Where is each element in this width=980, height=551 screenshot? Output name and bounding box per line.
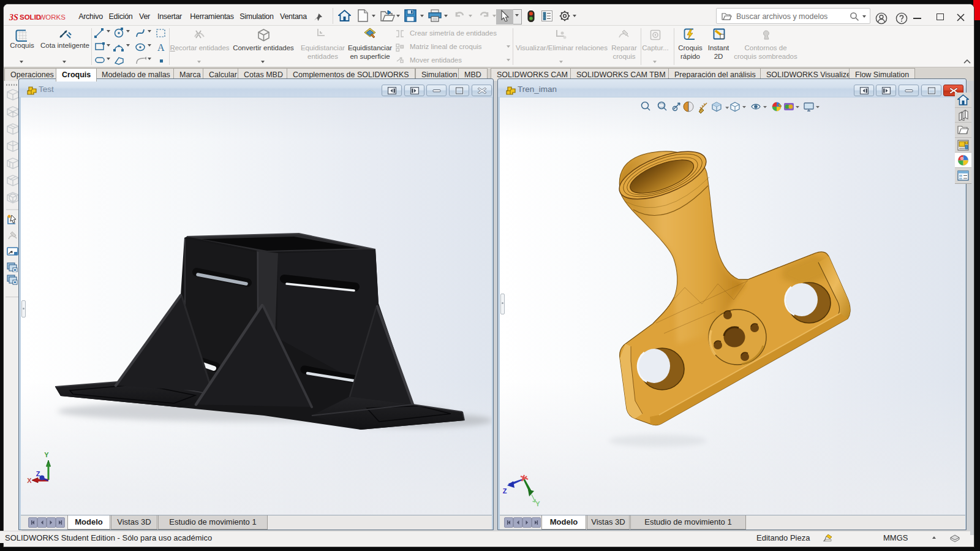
svg-text:WORKS: WORKS <box>39 13 66 21</box>
svg-text:X: X <box>27 477 32 484</box>
svg-text:Y: Y <box>535 500 540 507</box>
svg-text:SOLID: SOLID <box>20 13 41 21</box>
svg-text:Y: Y <box>44 451 49 458</box>
svg-text:ЗS: ЗS <box>9 13 18 22</box>
svg-text:A: A <box>157 42 165 53</box>
svg-text:Z: Z <box>503 487 507 495</box>
svg-text:Z: Z <box>36 470 40 477</box>
